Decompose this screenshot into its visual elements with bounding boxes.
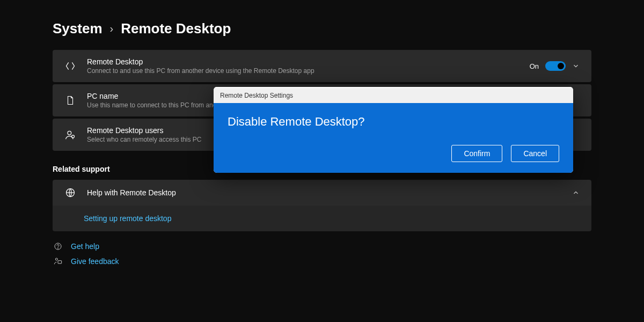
help-card[interactable]: Help with Remote Desktop — [53, 180, 591, 206]
breadcrumb: System › Remote Desktop — [53, 20, 591, 37]
give-feedback-link[interactable]: Give feedback — [71, 257, 119, 266]
confirm-button[interactable]: Confirm — [451, 145, 502, 162]
dialog-titlebar: Remote Desktop Settings — [214, 87, 573, 103]
remote-desktop-toggle[interactable] — [545, 61, 566, 71]
breadcrumb-current: Remote Desktop — [121, 20, 231, 37]
user-icon — [64, 129, 76, 140]
cancel-button[interactable]: Cancel — [511, 145, 559, 162]
help-title: Help with Remote Desktop — [87, 188, 561, 197]
feedback-icon — [53, 257, 63, 266]
disable-remote-desktop-dialog: Remote Desktop Settings Disable Remote D… — [214, 87, 573, 173]
remote-desktop-desc: Connect to and use this PC from another … — [87, 67, 519, 75]
breadcrumb-parent[interactable]: System — [53, 20, 103, 37]
get-help-row[interactable]: Get help — [53, 242, 591, 251]
give-feedback-row[interactable]: Give feedback — [53, 257, 591, 266]
chevron-up-icon[interactable] — [572, 189, 580, 196]
svg-point-0 — [68, 131, 71, 135]
help-sublink[interactable]: Setting up remote desktop — [53, 206, 591, 231]
chevron-right-icon: › — [110, 23, 114, 35]
svg-point-4 — [57, 248, 58, 248]
remote-desktop-right: On — [530, 61, 580, 71]
get-help-link[interactable]: Get help — [71, 242, 99, 251]
remote-desktop-text: Remote Desktop Connect to and use this P… — [87, 57, 519, 75]
help-icon — [53, 242, 63, 251]
svg-point-5 — [55, 258, 57, 260]
dialog-buttons: Confirm Cancel — [228, 145, 559, 162]
remote-desktop-card[interactable]: Remote Desktop Connect to and use this P… — [53, 50, 591, 82]
chevron-down-icon[interactable] — [572, 62, 580, 70]
document-icon — [64, 95, 76, 106]
toggle-state-label: On — [530, 62, 539, 70]
help-text: Help with Remote Desktop — [87, 188, 561, 197]
remote-desktop-icon — [64, 61, 76, 71]
dialog-heading: Disable Remote Desktop? — [228, 115, 559, 129]
footer-links: Get help Give feedback — [53, 242, 591, 266]
globe-icon — [64, 187, 76, 198]
dialog-body: Disable Remote Desktop? Confirm Cancel — [214, 103, 573, 173]
svg-rect-6 — [58, 261, 62, 264]
remote-desktop-title: Remote Desktop — [87, 57, 519, 66]
svg-point-1 — [72, 135, 75, 138]
